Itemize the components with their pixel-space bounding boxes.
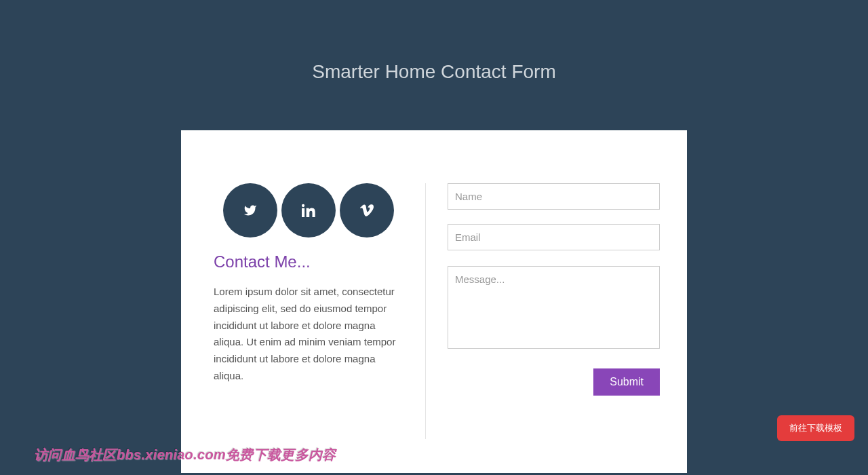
contact-card: Contact Me... Lorem ipsum dolor sit amet… — [181, 130, 687, 473]
name-input[interactable] — [448, 183, 660, 210]
social-icons-row — [223, 183, 405, 238]
right-column: Submit — [425, 183, 660, 439]
vimeo-icon[interactable] — [340, 183, 394, 238]
twitter-icon[interactable] — [223, 183, 277, 238]
contact-description: Lorem ipsum dolor sit amet, consectetur … — [214, 284, 405, 385]
message-textarea[interactable] — [448, 266, 660, 349]
watermark-text: 访问血鸟社区bbs.xieniao.com免费下载更多内容 — [34, 446, 336, 464]
left-column: Contact Me... Lorem ipsum dolor sit amet… — [208, 183, 425, 439]
contact-heading: Contact Me... — [214, 252, 405, 271]
email-input[interactable] — [448, 224, 660, 250]
submit-button[interactable]: Submit — [593, 368, 660, 396]
download-badge[interactable]: 前往下载模板 — [777, 415, 854, 441]
linkedin-icon[interactable] — [281, 183, 336, 238]
page-title: Smarter Home Contact Form — [0, 0, 868, 130]
